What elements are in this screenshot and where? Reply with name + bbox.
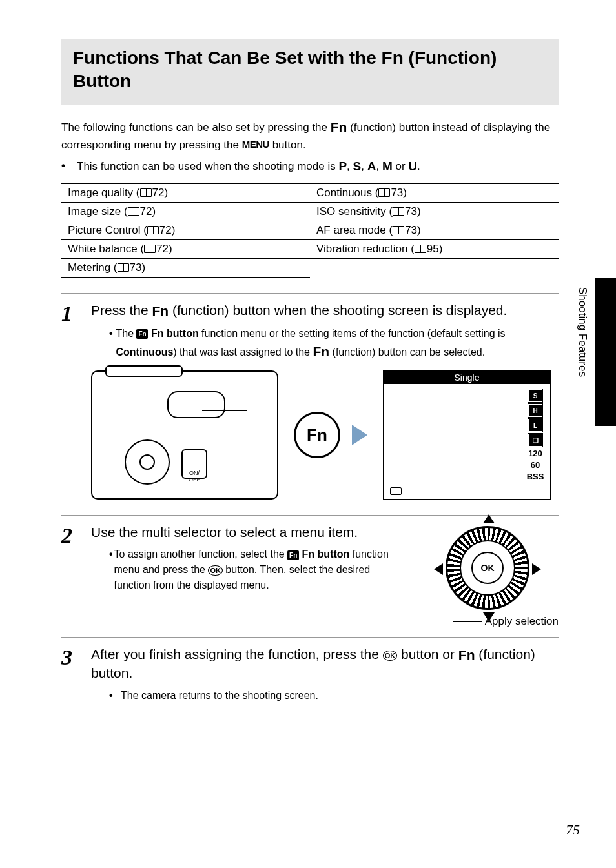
fn-button-icon: Fn	[294, 412, 340, 458]
page-ref-icon	[144, 245, 156, 253]
intro-text: The following functions can be also set …	[61, 117, 559, 154]
table-cell: Vibration reduction (95)	[310, 240, 559, 259]
table-cell: White balance (72)	[61, 240, 310, 259]
fn-glyph-icon: Fn	[331, 119, 347, 134]
side-section-label: Shooting Features	[576, 287, 589, 377]
mode-a: A	[367, 157, 376, 176]
page-ref-icon	[393, 226, 404, 234]
table-cell: Image quality (72)	[61, 184, 310, 203]
arrow-right-icon	[532, 563, 541, 575]
step1-figure: ON/ OFF Fn Single S H L ❐ 120 60	[91, 370, 559, 500]
arrow-left-icon	[434, 563, 443, 575]
page-ref-icon	[128, 207, 139, 216]
step-number: 3	[61, 647, 82, 707]
page-ref-icon	[140, 188, 152, 197]
arrow-right-icon	[352, 425, 367, 445]
table-cell: Metering (73)	[61, 259, 310, 278]
mode-p: P	[338, 157, 347, 176]
step-2: 2 Use the multi selector to select a men…	[61, 515, 559, 628]
table-cell: Picture Control (72)	[61, 221, 310, 240]
fn-badge-icon: Fn	[136, 329, 148, 339]
fn-glyph-icon: Fn	[458, 647, 475, 662]
page-number: 75	[566, 822, 580, 838]
side-tab-marker	[595, 278, 616, 426]
step-1: 1 Press the Fn (function) button when th…	[61, 293, 559, 506]
table-cell: AF area mode (73)	[310, 221, 559, 240]
step-3: 3 After you finish assigning the functio…	[61, 637, 559, 707]
ok-badge-icon: OK	[383, 651, 398, 661]
ok-button-icon: OK	[471, 552, 504, 584]
step-heading: After you finish assigning the function,…	[91, 645, 559, 683]
page-ref-icon	[393, 207, 404, 216]
fn-badge-icon: Fn	[287, 550, 299, 560]
page-ref-icon	[118, 263, 129, 272]
fn-glyph-icon: Fn	[313, 344, 329, 359]
lcd-screen-illustration: Single S H L ❐ 120 60 BSS	[383, 370, 551, 500]
step-sub-bullet: • The Fn Fn button function menu or the …	[91, 326, 559, 362]
camera-top-illustration: ON/ OFF	[91, 370, 278, 500]
step-number: 2	[61, 525, 82, 628]
step-heading: Press the Fn (function) button when the …	[91, 301, 559, 320]
step-sub-bullet: • To assign another function, select the…	[91, 547, 404, 593]
functions-table: Image quality (72) Continuous (73) Image…	[61, 183, 559, 278]
mode-u: U	[408, 157, 417, 176]
step-number: 1	[61, 303, 82, 506]
screen-title: Single	[384, 371, 550, 384]
step-sub-bullet: • The camera returns to the shooting scr…	[91, 688, 559, 703]
ok-badge-icon: OK	[208, 565, 223, 576]
step-heading: Use the multi selector to select a menu …	[91, 523, 404, 541]
table-cell: ISO sensitivity (73)	[310, 203, 559, 221]
arrow-up-icon	[483, 514, 495, 523]
mode-s: S	[353, 157, 362, 176]
apply-selection-label: Apply selection	[485, 615, 559, 628]
page-ref-icon	[415, 245, 426, 253]
sd-card-icon	[390, 487, 402, 495]
table-cell: Image size (72)	[61, 203, 310, 221]
multi-selector-illustration: OK Apply selection	[416, 523, 559, 628]
intro-bullet: • This function can be used when the sho…	[61, 157, 559, 176]
table-cell: Continuous (73)	[310, 184, 559, 203]
page-ref-icon	[147, 226, 159, 234]
menu-glyph-icon: MENU	[242, 139, 269, 150]
page-title: Functions That Can Be Set with the Fn (F…	[61, 39, 559, 105]
page-ref-icon	[378, 188, 390, 197]
mode-m: M	[382, 157, 393, 176]
fn-glyph-icon: Fn	[152, 303, 169, 318]
screen-mode-icons: S H L ❐ 120 60 BSS	[526, 389, 545, 481]
